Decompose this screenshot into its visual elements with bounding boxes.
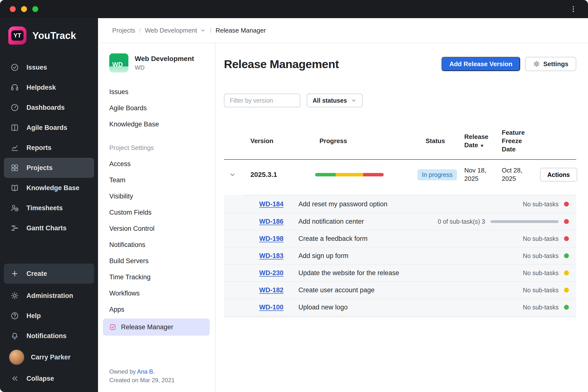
project-settings-item-build-servers[interactable]: Build Servers xyxy=(98,253,215,269)
issues-icon xyxy=(10,63,19,72)
sidebar-item-gantt-charts[interactable]: Gantt Charts xyxy=(4,218,94,238)
status-dot-red xyxy=(564,219,569,224)
issue-link-wd-198[interactable]: WD-198 xyxy=(259,235,298,242)
project-settings-item-apps[interactable]: Apps xyxy=(98,301,215,318)
project-settings-nav: AccessTeamVisibilityCustom FieldsVersion… xyxy=(98,156,215,318)
close-window-button[interactable] xyxy=(10,6,16,12)
sidebar-item-reports[interactable]: Reports xyxy=(4,138,94,158)
sidebar-item-label: Reports xyxy=(26,144,52,152)
gear-icon xyxy=(533,60,540,68)
status-filter-select[interactable]: All statuses xyxy=(307,94,362,107)
project-nav-item-knowledge-base[interactable]: Knowledge Base xyxy=(98,116,215,132)
subtasks-info: 0 of sub-task(s) 3 xyxy=(438,218,485,225)
breadcrumb-current-page: Release Manager xyxy=(216,27,266,34)
app-sidebar: YT YouTrack IssuesHelpdeskDashboardsAgil… xyxy=(0,18,98,392)
zoom-window-button[interactable] xyxy=(32,6,38,12)
status-filter-value: All statuses xyxy=(312,97,347,104)
sidebar-item-label: Knowledge Base xyxy=(26,184,80,192)
release-manager-label: Release Manager xyxy=(121,324,173,331)
project-settings-item-custom-fields[interactable]: Custom Fields xyxy=(98,204,215,220)
chevron-down-icon xyxy=(200,27,206,34)
issue-summary: Add reset my password option xyxy=(298,200,523,208)
subtasks-info: No sub-tasks xyxy=(523,252,558,260)
owned-by-label: Owned by xyxy=(109,368,136,375)
breadcrumb: Projects / Web Development / Release Man… xyxy=(98,18,588,43)
owner-link[interactable]: Ana B. xyxy=(137,368,154,375)
breadcrumb-project-dropdown[interactable]: Web Development xyxy=(145,27,206,34)
sidebar-item-notifications[interactable]: Notifications xyxy=(4,326,94,346)
sidebar-item-issues[interactable]: Issues xyxy=(4,57,94,78)
column-header-progress: Progress xyxy=(312,137,418,145)
window-controls xyxy=(10,6,38,12)
issue-summary: Add notification center xyxy=(298,218,438,226)
issue-link-wd-186[interactable]: WD-186 xyxy=(259,218,298,226)
issue-row: WD-100Upload new logoNo sub-tasks xyxy=(224,298,576,316)
column-header-freeze-date: Feature Freeze Date xyxy=(497,128,528,153)
project-footer: Owned by Ana B. Created on Mar 29, 2021 xyxy=(98,368,215,385)
project-settings-item-notifications[interactable]: Notifications xyxy=(98,237,215,253)
chevron-down-icon xyxy=(351,98,357,104)
project-name: Web Development xyxy=(135,55,194,63)
sidebar-item-label: Agile Boards xyxy=(26,124,68,132)
collapse-icon xyxy=(10,374,19,383)
youtrack-logo[interactable]: YT YouTrack xyxy=(0,26,98,44)
subtasks-panel: WD-184Add reset my password optionNo sub… xyxy=(224,195,576,317)
issue-link-wd-230[interactable]: WD-230 xyxy=(259,269,298,277)
sidebar-item-knowledge-base[interactable]: Knowledge Base xyxy=(4,178,94,198)
issue-link-wd-182[interactable]: WD-182 xyxy=(259,286,298,294)
sidebar-item-administration[interactable]: Administration xyxy=(4,286,94,306)
sort-desc-icon: ▼ xyxy=(480,143,484,148)
sidebar-item-label: Dashboards xyxy=(26,104,65,112)
sidebar-item-timesheets[interactable]: Timesheets xyxy=(4,198,94,218)
sidebar-item-label: Notifications xyxy=(26,332,67,340)
project-nav: IssuesAgile BoardsKnowledge Base xyxy=(98,84,215,132)
reports-icon xyxy=(10,143,19,152)
settings-button[interactable]: Settings xyxy=(525,57,576,71)
expand-release-chevron-icon[interactable] xyxy=(229,171,236,178)
breadcrumb-separator: / xyxy=(210,27,212,34)
sidebar-item-agile-boards[interactable]: Agile Boards xyxy=(4,118,94,138)
kebab-menu-icon[interactable] xyxy=(568,4,578,14)
issue-link-wd-183[interactable]: WD-183 xyxy=(259,252,298,260)
user-menu[interactable]: Carry Parker xyxy=(4,346,94,368)
helpdesk-icon xyxy=(10,83,19,92)
actions-button[interactable]: Actions xyxy=(540,168,577,182)
project-settings-item-team[interactable]: Team xyxy=(98,172,215,188)
create-button[interactable]: Create xyxy=(4,264,94,284)
project-nav-item-issues[interactable]: Issues xyxy=(98,84,215,100)
sidebar-item-release-manager[interactable]: Release Manager xyxy=(103,318,210,336)
collapse-label: Collapse xyxy=(26,375,54,382)
collapse-sidebar-button[interactable]: Collapse xyxy=(4,368,94,388)
sidebar-item-help[interactable]: Help xyxy=(4,306,94,326)
project-settings-item-version-control[interactable]: Version Control xyxy=(98,220,215,237)
issue-summary: Upload new logo xyxy=(298,304,523,311)
freeze-date-value: Oct 28, 2025 xyxy=(497,166,532,183)
dashboards-icon xyxy=(10,103,19,112)
checkbox-icon xyxy=(109,323,116,331)
issue-link-wd-184[interactable]: WD-184 xyxy=(259,200,298,208)
sidebar-item-helpdesk[interactable]: Helpdesk xyxy=(4,78,94,98)
release-progress-bar xyxy=(315,173,384,176)
release-version: 2025.3.1 xyxy=(241,171,312,178)
project-header: WD Web Development WD xyxy=(98,54,215,72)
project-settings-item-visibility[interactable]: Visibility xyxy=(98,188,215,204)
add-release-version-button[interactable]: Add Release Version xyxy=(442,57,520,71)
agile-boards-icon xyxy=(10,123,19,132)
sidebar-item-label: Helpdesk xyxy=(26,84,56,92)
breadcrumb-projects[interactable]: Projects xyxy=(112,27,135,34)
issue-link-wd-100[interactable]: WD-100 xyxy=(259,304,298,311)
project-nav-item-agile-boards[interactable]: Agile Boards xyxy=(98,100,215,116)
project-settings-item-time-tracking[interactable]: Time Tracking xyxy=(98,269,215,285)
project-settings-item-access[interactable]: Access xyxy=(98,156,215,172)
minimize-window-button[interactable] xyxy=(21,6,27,12)
project-settings-item-workflows[interactable]: Workflows xyxy=(98,285,215,301)
filter-by-version-input[interactable] xyxy=(224,94,300,107)
user-avatar xyxy=(9,349,24,365)
sidebar-item-label: Gantt Charts xyxy=(26,224,67,232)
column-header-release-date[interactable]: Release Date ▼ xyxy=(459,133,494,150)
breadcrumb-project-name: Web Development xyxy=(145,27,197,34)
issue-row: WD-182Create user account pageNo sub-tas… xyxy=(224,281,576,298)
issue-row: WD-186Add notification center0 of sub-ta… xyxy=(224,213,576,230)
sidebar-item-dashboards[interactable]: Dashboards xyxy=(4,98,94,118)
sidebar-item-projects[interactable]: Projects xyxy=(4,158,94,178)
